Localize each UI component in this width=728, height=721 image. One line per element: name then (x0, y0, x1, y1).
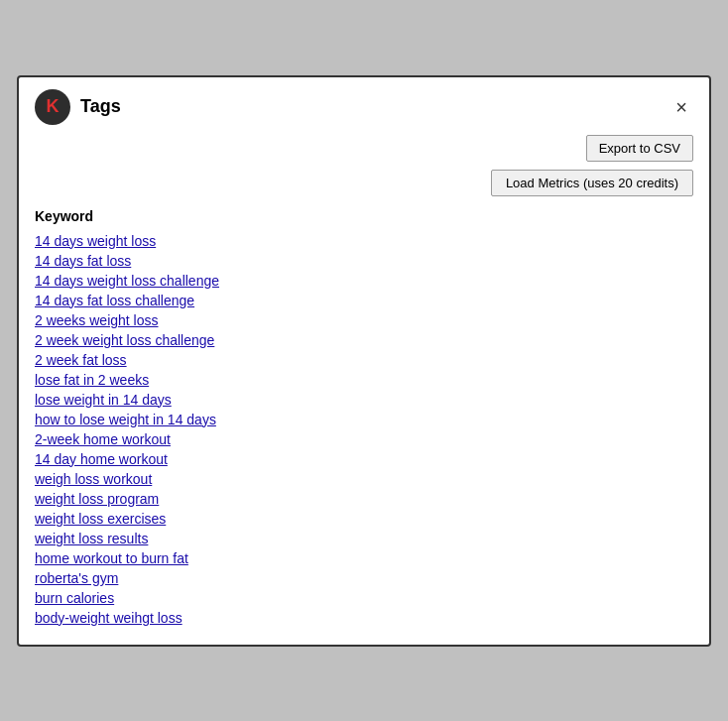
keyword-link[interactable]: 14 days weight loss (35, 233, 156, 249)
keyword-link[interactable]: 2 week weight loss challenge (35, 332, 214, 348)
keyword-list: 14 days weight loss14 days fat loss14 da… (35, 232, 693, 627)
window-title: Tags (80, 96, 121, 117)
list-item: 14 days weight loss challenge (35, 272, 693, 290)
list-item: 2 week weight loss challenge (35, 331, 693, 349)
list-item: weigh loss workout (35, 470, 693, 488)
close-button[interactable]: × (669, 95, 693, 119)
title-left: K Tags (35, 89, 121, 125)
keyword-link[interactable]: 2 week fat loss (35, 352, 127, 368)
keyword-link[interactable]: weight loss program (35, 491, 159, 507)
list-item: lose weight in 14 days (35, 391, 693, 409)
keyword-link[interactable]: roberta's gym (35, 570, 118, 586)
title-bar: K Tags × (19, 77, 709, 135)
logo-icon: K (35, 89, 70, 125)
keyword-link[interactable]: weight loss results (35, 531, 148, 546)
keyword-link[interactable]: 14 days fat loss challenge (35, 293, 194, 308)
keyword-link[interactable]: 2 weeks weight loss (35, 312, 159, 328)
keyword-link[interactable]: lose weight in 14 days (35, 392, 172, 408)
load-metrics-button[interactable]: Load Metrics (uses 20 credits) (491, 170, 693, 196)
keyword-link[interactable]: 2-week home workout (35, 431, 171, 447)
keyword-link[interactable]: 14 days weight loss challenge (35, 273, 219, 289)
list-item: 14 days fat loss (35, 252, 693, 270)
list-item: weight loss program (35, 490, 693, 508)
export-csv-button[interactable]: Export to CSV (586, 135, 693, 162)
list-item: lose fat in 2 weeks (35, 371, 693, 389)
list-item: weight loss results (35, 530, 693, 547)
keyword-link[interactable]: weight loss exercises (35, 511, 166, 527)
list-item: 14 days fat loss challenge (35, 292, 693, 309)
keyword-link[interactable]: body-weight weihgt loss (35, 610, 182, 626)
list-item: 2 weeks weight loss (35, 311, 693, 329)
keyword-link[interactable]: home workout to burn fat (35, 550, 188, 566)
list-item: burn calories (35, 589, 693, 607)
content-area: Load Metrics (uses 20 credits) Keyword 1… (19, 170, 709, 645)
keyword-link[interactable]: 14 days fat loss (35, 253, 131, 269)
keyword-link[interactable]: lose fat in 2 weeks (35, 372, 149, 388)
keyword-link[interactable]: 14 day home workout (35, 451, 168, 467)
list-item: weight loss exercises (35, 510, 693, 528)
toolbar: Export to CSV (19, 135, 709, 170)
list-item: 2-week home workout (35, 430, 693, 448)
metrics-bar: Load Metrics (uses 20 credits) (35, 170, 693, 196)
main-window: K Tags × Export to CSV Load Metrics (use… (17, 75, 711, 647)
list-item: body-weight weihgt loss (35, 609, 693, 627)
keyword-link[interactable]: how to lose weight in 14 days (35, 412, 216, 427)
keyword-link[interactable]: burn calories (35, 590, 114, 606)
keyword-link[interactable]: weigh loss workout (35, 471, 152, 487)
list-item: 14 days weight loss (35, 232, 693, 250)
list-item: 2 week fat loss (35, 351, 693, 369)
list-item: roberta's gym (35, 569, 693, 587)
list-item: home workout to burn fat (35, 549, 693, 567)
list-item: 14 day home workout (35, 450, 693, 468)
list-item: how to lose weight in 14 days (35, 411, 693, 428)
keyword-column-header: Keyword (35, 208, 693, 224)
